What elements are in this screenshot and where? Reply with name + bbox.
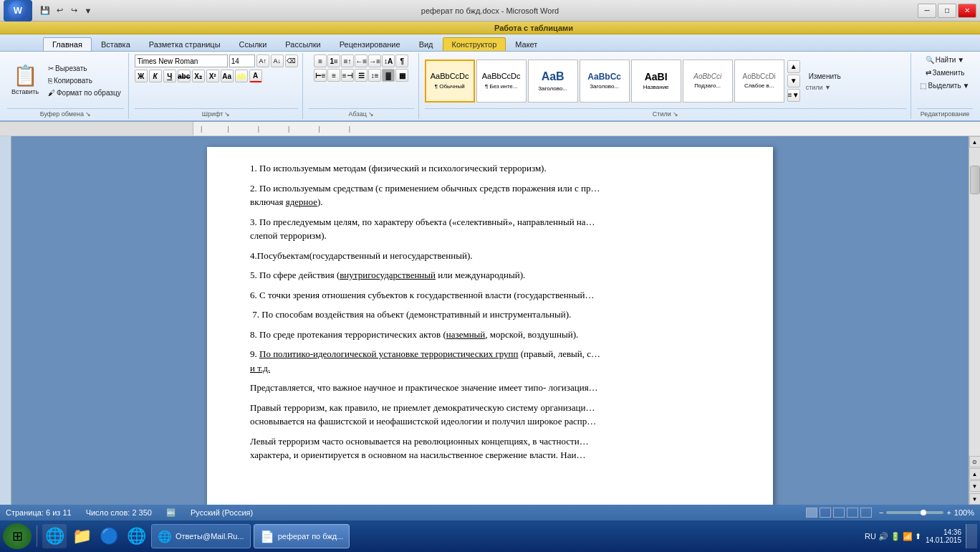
bold-button[interactable]: Ж xyxy=(135,70,148,82)
styles-scroll-down[interactable]: ▼ xyxy=(787,75,800,87)
paragraph-7: 7. По способам воздействия на объект (де… xyxy=(250,308,730,322)
show-marks-button[interactable]: ¶ xyxy=(395,54,408,67)
font-name-input[interactable] xyxy=(135,54,228,67)
tab-mailings[interactable]: Рассылки xyxy=(276,37,330,51)
align-right-button[interactable]: ≡⊣ xyxy=(341,69,354,82)
save-button[interactable]: 💾 xyxy=(39,4,52,17)
zoom-out-button[interactable]: − xyxy=(879,508,883,517)
right-scrollbar[interactable]: ▲ ⊙ ▲ ▼ ▼ xyxy=(969,136,980,505)
underline-button[interactable]: Ч xyxy=(163,70,176,82)
bullets-button[interactable]: ≡ xyxy=(314,54,327,67)
ribbon-tabs: Главная Вставка Разметка страницы Ссылки… xyxy=(0,34,980,52)
italic-button[interactable]: К xyxy=(149,70,162,82)
styles-expand[interactable]: ≡▼ xyxy=(787,89,800,102)
tab-references[interactable]: Ссылки xyxy=(230,37,277,51)
zoom-slider-thumb[interactable] xyxy=(921,510,926,515)
show-desktop-button[interactable] xyxy=(966,524,977,548)
draft-view[interactable] xyxy=(860,508,872,518)
minimize-button[interactable]: ─ xyxy=(918,4,936,18)
document-scroll-area[interactable]: 1. По используемым методам (физический и… xyxy=(11,136,969,505)
increase-indent-button[interactable]: →≡ xyxy=(368,54,381,67)
copy-button[interactable]: ⎘ Копировать xyxy=(45,75,124,86)
paragraph-6: 6. С точки зрения отношения субъектов к … xyxy=(250,288,730,303)
maximize-button[interactable]: □ xyxy=(938,4,956,18)
change-styles-button[interactable]: Изменить xyxy=(806,71,844,82)
tab-design[interactable]: Конструктор xyxy=(443,37,506,51)
tab-layout[interactable]: Макет xyxy=(506,37,547,51)
justify-button[interactable]: ☰ xyxy=(355,69,368,82)
find-button[interactable]: 🔍 Найти ▼ xyxy=(923,54,967,65)
font-size-increase-button[interactable]: A↑ xyxy=(256,54,269,67)
scroll-down-button[interactable]: ▼ xyxy=(969,493,981,505)
zoom-slider[interactable] xyxy=(886,511,943,514)
sort-button[interactable]: ↕A xyxy=(382,54,395,67)
undo-button[interactable]: ↩ xyxy=(53,4,66,17)
select-button[interactable]: ⬚ Выделить ▼ xyxy=(917,80,972,91)
taskbar-icon-ie[interactable]: 🌐 xyxy=(42,524,67,548)
clipboard-expand-icon[interactable]: ↘ xyxy=(85,110,91,118)
shading-button[interactable]: ▓ xyxy=(382,69,395,82)
zoom-in-button[interactable]: + xyxy=(946,508,951,517)
styles-content: AaBbCcDc ¶ Обычный AaBbCcDc ¶ Без инте..… xyxy=(425,54,906,107)
style-title[interactable]: AaBI Название xyxy=(631,60,681,103)
font-color-button[interactable]: А xyxy=(249,70,262,82)
style-heading1[interactable]: AaB Заголово... xyxy=(528,60,578,103)
taskbar-icon-ie2[interactable]: 🔵 xyxy=(97,524,121,548)
taskbar-divider xyxy=(37,525,37,547)
multilevel-button[interactable]: ≡↑ xyxy=(341,54,354,67)
scroll-select-object[interactable]: ⊙ xyxy=(969,456,981,467)
cut-button[interactable]: ✂ Вырезать xyxy=(45,63,124,74)
replace-button[interactable]: ⇄ Заменить xyxy=(923,67,968,78)
redo-button[interactable]: ↪ xyxy=(67,4,80,17)
borders-button[interactable]: ▦ xyxy=(395,69,408,82)
web-layout-view[interactable] xyxy=(833,508,845,518)
scroll-prev-button[interactable]: ▲ xyxy=(969,468,981,480)
tab-view[interactable]: Вид xyxy=(410,37,443,51)
style-subtle[interactable]: AoBbCcDi Слабое в... xyxy=(734,60,784,103)
line-spacing-button[interactable]: ↕≡ xyxy=(368,69,381,82)
taskbar-icon-chrome[interactable]: 🌐 xyxy=(124,524,148,548)
underline-political: По политико-идеологической установке тер… xyxy=(259,348,519,359)
clear-format-button[interactable]: ⌫ xyxy=(285,54,298,67)
style-subtitle[interactable]: AoBbCci Подзаго... xyxy=(683,60,733,103)
paste-button[interactable]: 📋 Вставить xyxy=(7,57,43,105)
change-case-button[interactable]: Аа xyxy=(221,70,234,82)
clock-date: 14.01.2015 xyxy=(926,536,961,544)
tab-review[interactable]: Рецензирование xyxy=(330,37,410,51)
full-reading-view[interactable] xyxy=(820,508,831,518)
tab-page-layout[interactable]: Разметка страницы xyxy=(140,37,230,51)
align-center-button[interactable]: ≡ xyxy=(327,69,340,82)
font-expand-icon[interactable]: ↘ xyxy=(224,110,230,118)
start-button[interactable]: ⊞ xyxy=(3,523,32,549)
style-heading2[interactable]: AaBbCc Заголово... xyxy=(580,60,630,103)
format-painter-button[interactable]: 🖌 Формат по образцу xyxy=(45,87,124,98)
style-normal[interactable]: AaBbCcDc ¶ Обычный xyxy=(425,60,475,103)
style-no-spacing[interactable]: AaBbCcDc ¶ Без инте... xyxy=(476,60,527,103)
quick-access-dropdown[interactable]: ▼ xyxy=(82,4,95,17)
tab-insert[interactable]: Вставка xyxy=(92,37,140,51)
highlight-button[interactable]: ab xyxy=(235,70,248,82)
print-layout-view[interactable] xyxy=(806,508,817,518)
taskbar-icon-explorer[interactable]: 📁 xyxy=(69,524,94,548)
close-button[interactable]: ✕ xyxy=(958,4,976,18)
taskbar-item-mail[interactable]: 🌐 Ответы@Mail.Ru... xyxy=(151,524,251,548)
styles-expand-icon[interactable]: ↘ xyxy=(673,110,678,118)
taskbar-item-word[interactable]: 📄 реферат по бжд... xyxy=(254,524,350,548)
scroll-thumb[interactable] xyxy=(970,166,980,194)
superscript-button[interactable]: X² xyxy=(206,70,219,82)
align-left-button[interactable]: ⊢≡ xyxy=(314,69,327,82)
numbering-button[interactable]: 1≡ xyxy=(327,54,340,67)
outline-view[interactable] xyxy=(847,508,858,518)
strikethrough-button[interactable]: abc xyxy=(178,70,191,82)
scroll-next-button[interactable]: ▼ xyxy=(969,480,981,492)
decrease-indent-button[interactable]: ←≡ xyxy=(355,54,368,67)
scroll-up-button[interactable]: ▲ xyxy=(969,136,981,148)
styles-label: Стили ↘ xyxy=(425,108,906,118)
office-button[interactable]: W xyxy=(4,0,32,22)
paragraph-expand-icon[interactable]: ↘ xyxy=(368,110,374,118)
subscript-button[interactable]: X₂ xyxy=(192,70,205,82)
font-size-input[interactable] xyxy=(229,54,255,67)
font-size-decrease-button[interactable]: A↓ xyxy=(271,54,284,67)
styles-scroll-up[interactable]: ▲ xyxy=(787,60,800,73)
tab-home[interactable]: Главная xyxy=(43,37,92,51)
